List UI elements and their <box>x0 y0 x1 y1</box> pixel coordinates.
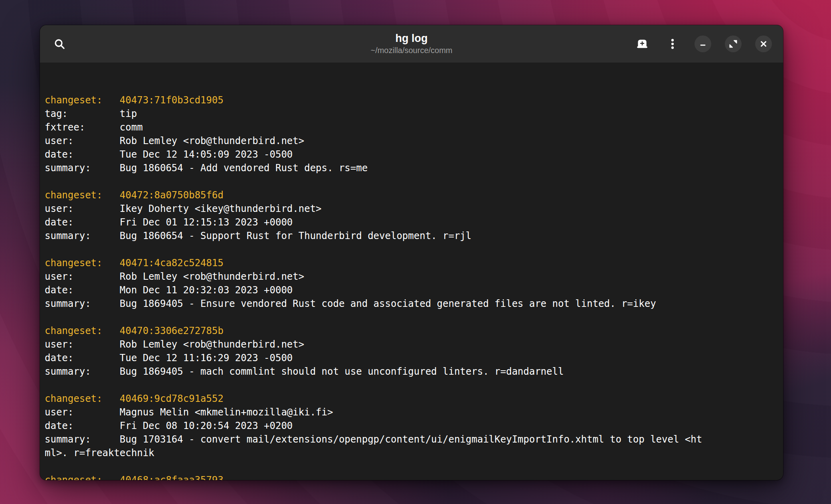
log-line: date:Fri Dec 01 12:15:13 2023 +0000 <box>45 215 778 229</box>
log-line: changeset:40471:4ca82c524815 <box>45 256 778 270</box>
log-entry: changeset:40473:71f0b3cd1905tag:tipfxtre… <box>45 93 778 175</box>
log-line: user:Ikey Doherty <ikey@thunderbird.net> <box>45 202 778 215</box>
log-line: user:Rob Lemley <rob@thunderbird.net> <box>45 134 778 148</box>
log-field-value: 40473:71f0b3cd1905 <box>120 95 224 106</box>
log-line: summary:Bug 1869405 - Ensure vendored Ru… <box>45 297 778 310</box>
log-line: summary:Bug 1860654 - Add vendored Rust … <box>45 161 778 175</box>
log-field-label: user: <box>45 338 120 351</box>
log-line: summary:Bug 1860654 - Support Rust for T… <box>45 229 778 243</box>
log-field-label: fxtree: <box>45 121 120 134</box>
log-field-value: Bug 1869405 - mach commlint should not u… <box>120 366 564 377</box>
window-titlebar[interactable]: hg log ~/mozilla/source/comm <box>40 25 783 63</box>
log-field-label: changeset: <box>45 473 120 480</box>
log-field-value: Magnus Melin <mkmelin+mozilla@iki.fi> <box>120 407 333 418</box>
log-field-value: 40468:ac8faaa35793 <box>120 474 224 480</box>
log-field-value: Mon Dec 11 20:32:03 2023 +0000 <box>120 285 293 296</box>
terminal-content-area[interactable]: changeset:40473:71f0b3cd1905tag:tipfxtre… <box>40 63 783 480</box>
titlebar-controls <box>634 36 772 52</box>
log-field-label: date: <box>45 215 120 229</box>
log-field-value: comm <box>120 122 143 133</box>
log-entry: changeset:40470:3306e272785buser:Rob Lem… <box>45 324 778 378</box>
log-line: changeset:40468:ac8faaa35793 <box>45 473 778 480</box>
log-line: ml>. r=freaktechnik <box>45 446 778 460</box>
log-entry: changeset:40472:8a0750b85f6duser:Ikey Do… <box>45 188 778 243</box>
log-field-label: summary: <box>45 365 120 378</box>
log-field-label: summary: <box>45 229 120 243</box>
log-field-value: Fri Dec 08 10:20:54 2023 +0200 <box>120 420 293 431</box>
close-icon <box>758 39 769 49</box>
log-field-label: user: <box>45 134 120 148</box>
log-line: user:Magnus Melin <mkmelin+mozilla@iki.f… <box>45 405 778 419</box>
log-field-label: summary: <box>45 297 120 310</box>
log-field-value: tip <box>120 108 137 119</box>
log-field-value: Bug 1860654 - Add vendored Rust deps. rs… <box>120 162 368 174</box>
window-subtitle: ~/mozilla/source/comm <box>370 46 452 55</box>
log-field-value: 40470:3306e272785b <box>120 325 224 336</box>
log-field-label: date: <box>45 351 120 365</box>
log-field-value: Rob Lemley <rob@thunderbird.net> <box>120 135 304 146</box>
log-entry: changeset:40468:ac8faaa35793 <box>45 473 778 480</box>
window-title: hg log <box>370 32 452 45</box>
log-field-label: summary: <box>45 161 120 175</box>
log-line: date:Fri Dec 08 10:20:54 2023 +0200 <box>45 419 778 433</box>
log-field-label: changeset: <box>45 188 120 202</box>
new-tab-button[interactable] <box>634 36 651 52</box>
log-field-value: Rob Lemley <rob@thunderbird.net> <box>120 271 304 282</box>
log-line: date:Tue Dec 12 14:05:09 2023 -0500 <box>45 148 778 161</box>
log-line: user:Rob Lemley <rob@thunderbird.net> <box>45 338 778 351</box>
log-field-label: changeset: <box>45 392 120 405</box>
log-field-value: Bug 1869405 - Ensure vendored Rust code … <box>120 298 656 309</box>
log-line: changeset:40473:71f0b3cd1905 <box>45 93 778 107</box>
restore-button[interactable] <box>725 36 742 52</box>
log-field-label: changeset: <box>45 324 120 338</box>
menu-kebab-icon <box>667 38 679 50</box>
log-field-label: user: <box>45 405 120 419</box>
log-field-label: summary: <box>45 433 120 446</box>
log-field-value: 40469:9cd78c91a552 <box>120 393 224 404</box>
log-field-label: date: <box>45 283 120 297</box>
terminal-window: hg log ~/mozilla/source/comm <box>40 25 783 480</box>
log-entry: changeset:40469:9cd78c91a552user:Magnus … <box>45 392 778 460</box>
log-field-value: 40471:4ca82c524815 <box>120 257 224 269</box>
log-line: user:Rob Lemley <rob@thunderbird.net> <box>45 270 778 283</box>
new-tab-icon <box>636 38 648 50</box>
log-field-value: Ikey Doherty <ikey@thunderbird.net> <box>120 203 322 214</box>
close-button[interactable] <box>755 36 772 52</box>
log-field-value: Tue Dec 12 14:05:09 2023 -0500 <box>120 149 293 160</box>
log-field-label: changeset: <box>45 93 120 107</box>
window-title-block: hg log ~/mozilla/source/comm <box>370 32 452 55</box>
search-icon <box>53 38 66 50</box>
log-line: summary:Bug 1869405 - mach commlint shou… <box>45 365 778 378</box>
search-button[interactable] <box>51 36 68 52</box>
log-field-label: user: <box>45 270 120 283</box>
minimize-button[interactable] <box>694 36 711 52</box>
log-field-value: Rob Lemley <rob@thunderbird.net> <box>120 339 304 350</box>
log-field-value: Tue Dec 12 11:16:29 2023 -0500 <box>120 352 293 364</box>
log-field-label: user: <box>45 202 120 215</box>
log-line: summary:Bug 1703164 - convert mail/exten… <box>45 433 778 446</box>
log-field-label: changeset: <box>45 256 120 270</box>
log-line: changeset:40470:3306e272785b <box>45 324 778 338</box>
restore-icon <box>728 39 738 49</box>
log-output: changeset:40473:71f0b3cd1905tag:tipfxtre… <box>45 93 778 480</box>
log-field-label: tag: <box>45 107 120 121</box>
log-field-value: ml>. r=freaktechnik <box>45 447 154 459</box>
log-line: changeset:40469:9cd78c91a552 <box>45 392 778 405</box>
log-line: date:Tue Dec 12 11:16:29 2023 -0500 <box>45 351 778 365</box>
log-field-value: Fri Dec 01 12:15:13 2023 +0000 <box>120 217 293 228</box>
log-field-value: Bug 1860654 - Support Rust for Thunderbi… <box>120 230 471 241</box>
log-field-value: 40472:8a0750b85f6d <box>120 190 224 201</box>
log-field-label: date: <box>45 419 120 433</box>
log-field-value: Bug 1703164 - convert mail/extensions/op… <box>120 434 702 445</box>
log-field-label: date: <box>45 148 120 161</box>
log-line: date:Mon Dec 11 20:32:03 2023 +0000 <box>45 283 778 297</box>
log-entry: changeset:40471:4ca82c524815user:Rob Lem… <box>45 256 778 310</box>
log-line: changeset:40472:8a0750b85f6d <box>45 188 778 202</box>
log-line: tag:tip <box>45 107 778 121</box>
menu-button[interactable] <box>664 36 681 52</box>
minimize-icon <box>698 39 708 49</box>
log-line: fxtree:comm <box>45 121 778 134</box>
